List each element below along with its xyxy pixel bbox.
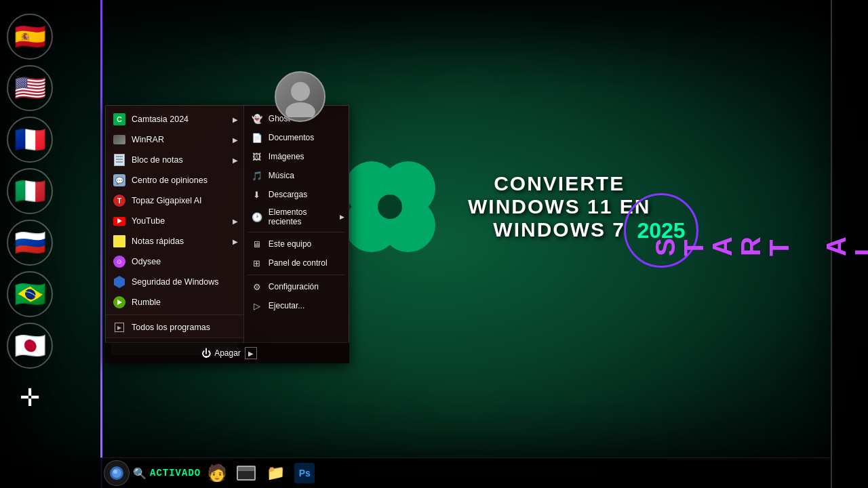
photo-icon: 🧑: [207, 464, 227, 483]
right-item-images[interactable]: 🖼 Imágenes: [244, 147, 349, 166]
menu-item-winrar[interactable]: WinRAR ▶: [106, 129, 243, 150]
centro-label: Centro de opiniones: [132, 176, 208, 185]
panel-icon: ⊞: [251, 257, 263, 269]
title-line1: CONVIERTE: [468, 172, 650, 195]
flag-japan[interactable]: 🇯🇵: [7, 323, 53, 369]
menu-item-youtube[interactable]: YouTube ▶: [106, 211, 243, 231]
camtasia-label: Camtasia 2024: [132, 115, 189, 124]
menu-item-security[interactable]: Seguridad de Windows: [106, 272, 243, 292]
right-divider-2: [248, 274, 345, 275]
activado-text: ACTIVADO: [150, 468, 201, 479]
flag-spain[interactable]: 🇪🇸: [7, 14, 53, 60]
images-label: Imágenes: [269, 152, 304, 161]
images-icon: 🖼: [251, 150, 263, 163]
center-title: CONVIERTE WINDOWS 11 EN WINDOWS 7: [468, 172, 650, 241]
right-sidebar: STARTALLBACK: [831, 0, 868, 488]
shutdown-icon: ⏻: [201, 348, 211, 359]
rumble-icon-shape: [113, 296, 125, 308]
right-item-panel[interactable]: ⊞ Panel de control: [244, 253, 349, 272]
flag-brazil[interactable]: 🇧🇷: [7, 271, 53, 317]
year-badge: 2025: [624, 193, 698, 268]
winrar-label: WinRAR: [132, 135, 164, 144]
odysee-label: Odysee: [132, 257, 161, 266]
menu-item-all[interactable]: Todos los programas: [106, 317, 243, 338]
right-item-settings[interactable]: ⚙ Configuración: [244, 277, 349, 296]
menu-item-centro[interactable]: 💬 Centro de opiniones: [106, 170, 243, 190]
bloc-icon: [113, 153, 126, 167]
shutdown-arrow-button[interactable]: ▶: [245, 347, 257, 359]
menu-item-topaz[interactable]: T Topaz Gigapixel AI: [106, 190, 243, 211]
rumble-icon: [113, 296, 126, 309]
settings-label: Configuración: [269, 282, 319, 291]
right-item-music[interactable]: 🎵 Música: [244, 166, 349, 185]
cross-icon: ✛: [9, 378, 50, 418]
run-label: Ejecutar...: [269, 301, 304, 310]
window-body: [238, 471, 254, 479]
youtube-label: YouTube: [132, 216, 165, 226]
flags-sidebar: 🇪🇸 🇺🇸 🇫🇷 🇮🇹 🇷🇺 🇧🇷 🇯🇵 ✛: [7, 14, 53, 418]
centro-icon: 💬: [113, 174, 126, 187]
flag-russia[interactable]: 🇷🇺: [7, 220, 53, 266]
right-item-run[interactable]: ▷ Ejecutar...: [244, 296, 349, 315]
computer-label: Este equipo: [269, 239, 311, 249]
camtasia-icon: C: [113, 113, 126, 126]
winrar-icon: [113, 133, 126, 146]
right-item-docs[interactable]: 📄 Documentos: [244, 128, 349, 147]
menu-divider-1: [106, 314, 243, 315]
notas-label: Notas rápidas: [132, 237, 184, 246]
menu-item-camtasia[interactable]: C Camtasia 2024 ▶: [106, 109, 243, 129]
recent-arrow: ▶: [340, 214, 344, 220]
taskbar-search[interactable]: 🔍 ACTIVADO: [133, 467, 201, 480]
menu-item-rumble[interactable]: Rumble: [106, 292, 243, 312]
all-icon: [113, 321, 126, 334]
notas-icon: [113, 235, 126, 248]
taskbar-photo[interactable]: 🧑: [204, 460, 230, 486]
odysee-icon-shape: ⊙: [113, 256, 125, 268]
svg-point-5: [291, 82, 310, 101]
start-menu-wrapper: C Camtasia 2024 ▶ WinRAR ▶ Bloc de notas: [105, 105, 349, 363]
winrar-arrow: ▶: [233, 136, 238, 144]
menu-item-notas[interactable]: Notas rápidas ▶: [106, 231, 243, 251]
shutdown-button[interactable]: ⏻ Apagar: [197, 346, 245, 360]
taskbar: 🔍 ACTIVADO 🧑 📁 Ps: [100, 458, 831, 488]
downloads-icon: ⬇: [251, 188, 263, 201]
taskbar-folder[interactable]: 📁: [262, 460, 288, 486]
flag-france[interactable]: 🇫🇷: [7, 117, 53, 163]
taskbar-window[interactable]: [233, 460, 259, 486]
title-line2: WINDOWS 11 EN: [468, 195, 650, 218]
title-line3: WINDOWS 7: [468, 218, 650, 241]
menu-item-bloc[interactable]: Bloc de notas ▶: [106, 150, 243, 170]
right-item-recent[interactable]: 🕐 Elementos recientes ▶: [244, 204, 349, 230]
topaz-icon-shape: T: [113, 195, 125, 207]
start-button[interactable]: [104, 460, 130, 486]
clover-logo: [332, 149, 448, 264]
bloc-arrow: ▶: [233, 157, 238, 164]
window-icon: [237, 466, 256, 481]
user-avatar[interactable]: [275, 71, 326, 122]
notas-icon-shape: [113, 235, 125, 247]
svg-point-6: [285, 102, 315, 117]
topaz-icon: T: [113, 194, 126, 207]
menu-item-odysee[interactable]: ⊙ Odysee: [106, 251, 243, 272]
docs-icon: 📄: [251, 131, 263, 144]
right-item-computer[interactable]: 🖥 Este equipo: [244, 235, 349, 253]
ps-icon: Ps: [294, 463, 315, 483]
menu-left-panel: C Camtasia 2024 ▶ WinRAR ▶ Bloc de notas: [106, 106, 244, 363]
camtasia-arrow: ▶: [233, 116, 238, 123]
music-label: Música: [269, 171, 294, 180]
taskbar-photoshop[interactable]: Ps: [292, 460, 317, 486]
ghost-icon: 👻: [251, 113, 263, 125]
youtube-icon: [113, 214, 126, 228]
folder-icon: 📁: [267, 464, 285, 482]
music-icon: 🎵: [251, 169, 263, 182]
menu-right-panel: 👻 Ghost 📄 Documentos 🖼 Imágenes 🎵 Música…: [244, 106, 349, 363]
flag-usa[interactable]: 🇺🇸: [7, 65, 53, 111]
right-item-downloads[interactable]: ⬇ Descargas: [244, 185, 349, 204]
all-label: Todos los programas: [132, 323, 210, 332]
run-icon: ▷: [251, 300, 263, 312]
flag-italy[interactable]: 🇮🇹: [7, 168, 53, 214]
bloc-label: Bloc de notas: [132, 155, 183, 165]
docs-label: Documentos: [269, 133, 314, 142]
all-icon-shape: [115, 323, 124, 332]
right-divider-1: [248, 232, 345, 232]
